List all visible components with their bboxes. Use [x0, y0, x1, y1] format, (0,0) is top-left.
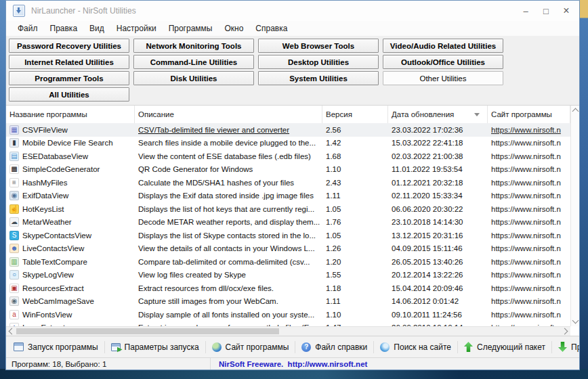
cell-version: 1.68 — [322, 152, 388, 160]
column-header-version[interactable]: Версия — [322, 106, 388, 123]
scroll-right-icon[interactable] — [562, 328, 568, 335]
table-row[interactable]: ☁MetarWeatherDecode METAR weather report… — [6, 216, 570, 229]
cell-name: SSkypeContactsView — [6, 231, 135, 240]
category-command-line-utilities[interactable]: Command-Line Utilities — [133, 55, 254, 69]
cell-site[interactable]: https://www.nirsoft.n — [488, 179, 570, 187]
cell-site[interactable]: https://www.nirsoft.n — [488, 126, 570, 134]
run-parameters-button[interactable]: Параметры запуска — [106, 336, 205, 357]
category-desktop-utilities[interactable]: Desktop Utilities — [258, 55, 379, 69]
category-system-utilities[interactable]: System Utilities — [258, 71, 379, 85]
cell-site[interactable]: https://www.nirsoft.n — [488, 192, 570, 200]
cell-name: aWinFontsView — [6, 310, 135, 319]
previous-package-icon — [558, 342, 567, 352]
previous-package-button[interactable]: Пр — [553, 336, 579, 357]
category-programmer-tools[interactable]: Programmer Tools — [9, 71, 129, 85]
scroll-up-icon[interactable] — [572, 108, 579, 115]
table-row[interactable]: ▮Mobile Device File SearchSearch files i… — [6, 137, 570, 150]
menu-item-help[interactable]: Справка — [249, 24, 293, 33]
horizontal-scroll-thumb[interactable] — [16, 328, 279, 334]
category-network-monitoring-tools[interactable]: Network Monitoring Tools — [133, 39, 254, 53]
scroll-down-icon[interactable] — [572, 317, 579, 324]
help-file-icon: ? — [301, 342, 311, 352]
cell-description: Displays the list of Skype contacts stor… — [135, 231, 322, 240]
program-website-icon — [212, 342, 222, 352]
category-web-browser-tools[interactable]: Web Browser Tools — [258, 39, 379, 53]
menu-item-programs[interactable]: Программы — [163, 24, 219, 33]
table-row[interactable]: ▤ESEDatabaseViewView the content of ESE … — [6, 150, 570, 163]
minimize-button[interactable]: – — [516, 2, 536, 20]
cell-site[interactable]: https://www.nirsoft.n — [488, 205, 570, 213]
column-header-site[interactable]: Сайт программы — [488, 106, 570, 123]
menu-item-options[interactable]: Настройки — [110, 24, 163, 33]
close-button[interactable]: × — [556, 2, 576, 20]
category-outlook-office-utilities[interactable]: Outlook/Office Utilities — [383, 55, 503, 69]
cell-site[interactable]: https://www.nirsoft.n — [488, 165, 570, 173]
cell-description: View the details of all contacts in your… — [135, 244, 322, 252]
column-header-name[interactable]: Название программы — [6, 106, 135, 123]
table-row[interactable]: ◉ExifDataViewDisplays the Exif data stor… — [6, 190, 570, 203]
table-row[interactable]: ✦IconsExtractExtract icons and cursors f… — [6, 321, 570, 327]
maximize-button[interactable]: □ — [536, 2, 556, 20]
table-row[interactable]: ▩SimpleCodeGeneratorQR Code Generator fo… — [6, 163, 570, 177]
table-row[interactable]: ☻LiveContactsViewView the details of all… — [6, 242, 570, 256]
horizontal-scroll-track[interactable] — [14, 327, 562, 336]
cell-site[interactable]: https://www.nirsoft.n — [488, 218, 570, 226]
run-program-button[interactable]: Запуск программы — [8, 336, 104, 357]
menu-item-window[interactable]: Окно — [218, 24, 249, 33]
table-row[interactable]: aWinFontsViewDisplay sample of all fonts… — [6, 308, 570, 321]
table-row[interactable]: ▣ResourcesExtractExtract resources from … — [6, 282, 570, 295]
vertical-scrollbar[interactable] — [570, 106, 579, 326]
desktop-bottom-strip — [0, 369, 588, 379]
cell-name: ▦CSVFileView — [6, 125, 135, 135]
table-row[interactable]: ○SkypeLogViewView log files created by S… — [6, 269, 570, 282]
menu-item-view[interactable]: Вид — [83, 24, 110, 33]
cell-site[interactable]: https://www.nirsoft.n — [488, 258, 570, 266]
table-row[interactable]: ≡HashMyFilesCalculate the MD5/SHA1 hashe… — [6, 176, 570, 190]
program-website-button[interactable]: Сайт программы — [207, 336, 295, 357]
category-other-utilities[interactable]: Other Utilities — [383, 71, 503, 85]
cell-version: 2.56 — [322, 126, 388, 134]
program-name: SimpleCodeGenerator — [22, 165, 100, 173]
column-header-updated[interactable]: Дата обновления — [388, 106, 488, 123]
desktop-background: NirLauncher - NirSoft Utilities –□× Файл… — [0, 0, 588, 379]
help-file-button[interactable]: ?Файл справки — [296, 336, 373, 357]
category-all-utilities[interactable]: All Utilities — [9, 87, 129, 102]
category-internet-related-utilities[interactable]: Internet Related Utilities — [9, 55, 129, 69]
program-name: HashMyFiles — [22, 179, 67, 187]
cell-site[interactable]: https://www.nirsoft.n — [488, 244, 570, 252]
cell-site[interactable]: https://www.nirsoft.n — [488, 231, 570, 240]
cell-site[interactable]: https://www.nirsoft.n — [488, 271, 570, 279]
cell-site[interactable]: https://www.nirsoft.n — [488, 311, 570, 319]
cell-updated: 06.06.2020 20:30:22 — [388, 205, 488, 213]
category-password-recovery-utilities[interactable]: Password Recovery Utilities — [9, 39, 129, 53]
menu-item-file[interactable]: Файл — [12, 24, 44, 33]
cell-site[interactable]: https://www.nirsoft.n — [488, 284, 570, 292]
category-video-audio-related-utilities[interactable]: Video/Audio Related Utilities — [383, 39, 503, 53]
table-row[interactable]: ◉WebCamImageSaveCapture still images fro… — [6, 295, 570, 309]
table-row[interactable]: ▦CSVFileViewCSV/Tab-delimited file viewe… — [6, 123, 570, 137]
cell-name: ▩SimpleCodeGenerator — [6, 164, 135, 174]
ese-database-icon: ▤ — [9, 152, 19, 161]
cell-version: 1.11 — [322, 192, 388, 200]
table-row[interactable]: SSkypeContactsViewDisplays the list of S… — [6, 229, 570, 242]
cell-name: ▥TableTextCompare — [6, 257, 135, 267]
nirsoft-freeware-link[interactable]: NirSoft Freeware. http://www.nirsoft.net — [211, 360, 367, 368]
cell-version: 1.20 — [322, 258, 388, 266]
program-name: ExifDataView — [22, 192, 68, 200]
column-header-description[interactable]: Описание — [135, 106, 322, 123]
cell-site[interactable]: https://www.nirsoft.n — [488, 139, 570, 147]
table-row[interactable]: ☝HotKeysListDisplays the list of hot key… — [6, 202, 570, 216]
cell-updated: 20.12.2014 13:22:26 — [388, 271, 488, 279]
menu-item-edit[interactable]: Правка — [44, 24, 84, 33]
search-site-button[interactable]: Поиск на сайте — [375, 336, 457, 357]
category-disk-utilities[interactable]: Disk Utilities — [133, 71, 254, 85]
program-name: WinFontsView — [22, 311, 72, 319]
horizontal-scrollbar[interactable] — [6, 326, 570, 336]
next-package-button[interactable]: Следующий пакет — [459, 336, 551, 357]
cell-site[interactable]: https://www.nirsoft.n — [488, 297, 570, 305]
programs-count-status: Программ: 18, Выбрано: 1 — [6, 358, 211, 370]
cell-site[interactable]: https://www.nirsoft.n — [488, 152, 570, 160]
table-row[interactable]: ▥TableTextCompareCompare tab-delimited o… — [6, 255, 570, 269]
toolbar-button-label: Сайт программы — [226, 342, 289, 352]
status-bar: Программ: 18, Выбрано: 1 NirSoft Freewar… — [6, 357, 579, 370]
